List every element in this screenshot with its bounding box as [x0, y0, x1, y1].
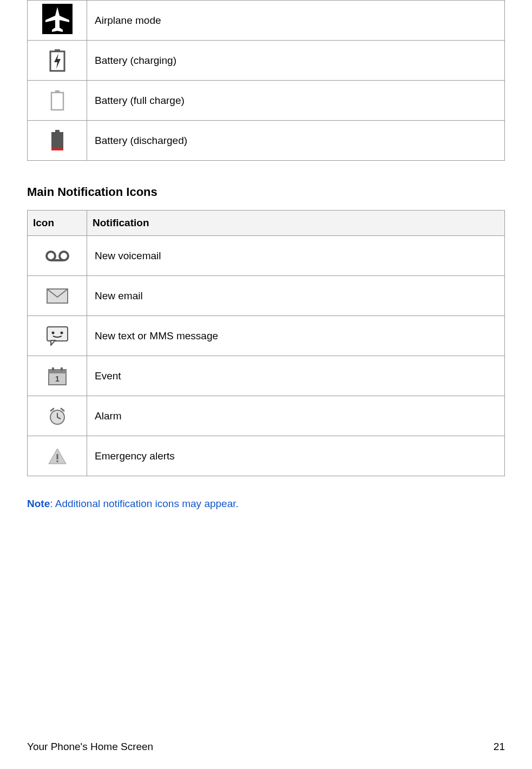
page-footer: Your Phone's Home Screen 21	[27, 741, 505, 753]
svg-point-17	[60, 331, 63, 334]
table-row: Emergency alerts	[28, 436, 505, 476]
event-icon: 1	[42, 361, 73, 391]
table-row: Airplane mode	[28, 1, 505, 41]
icon-cell	[28, 436, 87, 476]
notification-label: New voicemail	[87, 236, 505, 276]
alarm-icon	[42, 401, 73, 431]
svg-line-26	[51, 409, 54, 411]
table-header-notification: Notification	[87, 211, 505, 236]
table-row: New text or MMS message	[28, 316, 505, 356]
svg-rect-19	[49, 370, 66, 373]
icon-cell	[28, 121, 87, 161]
table-header-row: Icon Notification	[28, 211, 505, 236]
icon-cell	[28, 316, 87, 356]
sms-icon	[42, 321, 73, 351]
section-title: Main Notification Icons	[27, 185, 505, 199]
svg-rect-30	[56, 461, 58, 462]
note-label: Note	[27, 498, 50, 509]
svg-line-27	[61, 409, 64, 411]
svg-rect-14	[47, 327, 68, 341]
svg-rect-21	[61, 367, 63, 371]
notification-label: Alarm	[87, 396, 505, 436]
airplane-mode-icon	[42, 4, 73, 34]
table-row: 1 Event	[28, 356, 505, 396]
notification-label: Event	[87, 356, 505, 396]
battery-full-icon	[42, 86, 73, 116]
svg-rect-20	[52, 367, 54, 371]
table-row: New voicemail	[28, 236, 505, 276]
table-row: New email	[28, 276, 505, 316]
status-label: Battery (charging)	[87, 41, 505, 81]
notification-label: New email	[87, 276, 505, 316]
icon-cell: 1	[28, 356, 87, 396]
svg-point-10	[47, 252, 55, 260]
icon-cell	[28, 236, 87, 276]
battery-discharged-icon	[42, 126, 73, 156]
svg-rect-29	[56, 454, 58, 459]
table-row: Battery (full charge)	[28, 81, 505, 121]
status-icons-table: Airplane mode Battery (charging)	[27, 0, 505, 161]
footer-title: Your Phone's Home Screen	[27, 741, 153, 753]
svg-marker-4	[54, 54, 61, 69]
svg-text:1: 1	[55, 374, 60, 383]
status-label: Battery (full charge)	[87, 81, 505, 121]
svg-rect-6	[51, 93, 63, 110]
email-icon	[42, 281, 73, 311]
table-header-icon: Icon	[28, 211, 87, 236]
svg-point-11	[60, 252, 68, 260]
notification-icons-table: Icon Notification New voicemail	[27, 210, 505, 476]
page-number: 21	[494, 741, 505, 753]
table-row: Battery (charging)	[28, 41, 505, 81]
status-label: Airplane mode	[87, 1, 505, 41]
emergency-alert-icon	[42, 441, 73, 471]
icon-cell	[28, 1, 87, 41]
table-row: Battery (discharged)	[28, 121, 505, 161]
icon-cell	[28, 276, 87, 316]
icon-cell	[28, 396, 87, 436]
svg-point-16	[51, 331, 54, 334]
notification-label: Emergency alerts	[87, 436, 505, 476]
notification-label: New text or MMS message	[87, 316, 505, 356]
status-label: Battery (discharged)	[87, 121, 505, 161]
svg-rect-7	[55, 130, 60, 132]
icon-cell	[28, 81, 87, 121]
svg-rect-8	[51, 132, 63, 150]
note-body: : Additional notification icons may appe…	[50, 498, 239, 509]
icon-cell	[28, 41, 87, 81]
battery-charging-icon	[42, 45, 73, 76]
svg-marker-15	[51, 340, 55, 345]
table-row: Alarm	[28, 396, 505, 436]
note-text: Note: Additional notification icons may …	[27, 498, 505, 510]
voicemail-icon	[42, 241, 73, 271]
svg-rect-9	[51, 148, 63, 150]
